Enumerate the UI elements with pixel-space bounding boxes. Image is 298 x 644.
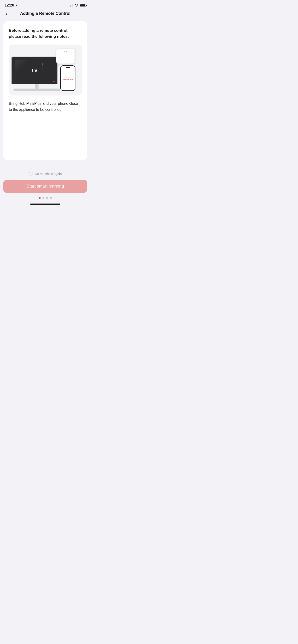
page-dots-indicator — [0, 197, 91, 201]
time-display: 12:20 — [5, 3, 14, 8]
wifi-icon — [75, 4, 79, 7]
main-card: Before adding a remote control, please r… — [3, 21, 87, 160]
tv-illustration: TV — [11, 56, 62, 91]
page-title: Adding a Remote Control — [20, 11, 71, 16]
status-time: 12:20 ↗ — [5, 3, 18, 8]
notes-title: Before adding a remote control, please r… — [9, 28, 82, 40]
checkbox-label: Do not show again — [35, 172, 62, 176]
battery-icon — [80, 4, 86, 7]
home-bar — [30, 204, 60, 205]
dot-4 — [50, 197, 52, 199]
signal-bars-icon — [70, 4, 74, 7]
switchbot-phone-illustration: SwitchBot — [60, 65, 77, 91]
ir-waves-icon — [40, 62, 43, 75]
dot-2 — [43, 197, 44, 199]
status-bar: 12:20 ↗ — [0, 0, 91, 9]
start-smart-learning-button[interactable]: Start smart learning — [3, 180, 87, 193]
nav-bar: ‹ Adding a Remote Control — [0, 9, 91, 19]
dot-3 — [46, 197, 48, 199]
do-not-show-checkbox[interactable] — [29, 172, 33, 176]
phone-brand-label: SwitchBot — [63, 78, 73, 81]
description-text: Bring Hub Mini/Plus and your phone close… — [9, 100, 82, 112]
bottom-section: Do not show again Start smart learning — [0, 167, 91, 193]
back-button[interactable]: ‹ — [5, 10, 8, 18]
illustration-area: TV SwitchBot — [9, 44, 82, 96]
home-indicator — [0, 201, 91, 206]
switchbot-hub-illustration: SwitchBot — [56, 49, 77, 67]
status-icons — [70, 4, 86, 7]
location-icon: ↗ — [15, 4, 18, 7]
dot-1 — [39, 197, 41, 199]
tv-label: TV — [31, 68, 38, 74]
checkbox-row[interactable]: Do not show again — [3, 172, 87, 176]
